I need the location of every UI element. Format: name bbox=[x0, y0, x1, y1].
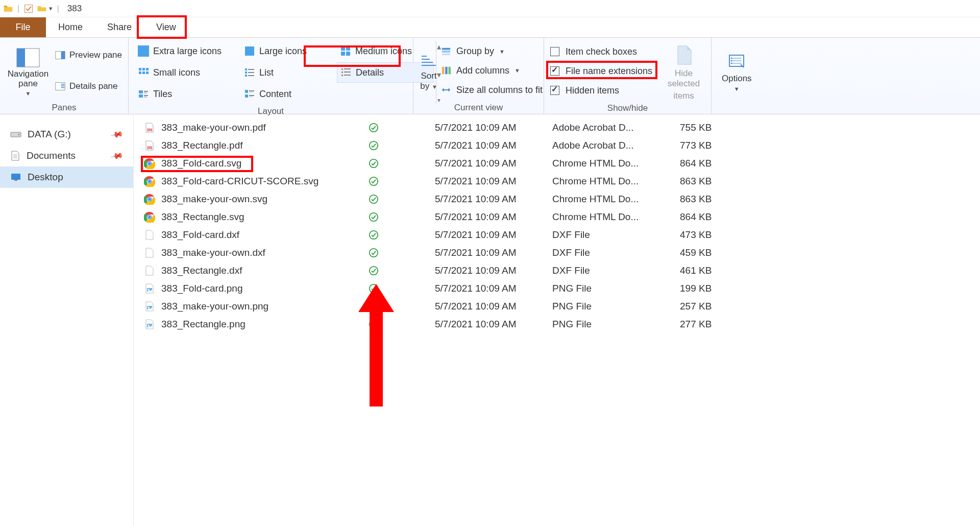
svg-rect-46 bbox=[422, 59, 430, 60]
sort-by-button[interactable]: Sort by ▼ bbox=[420, 41, 438, 101]
svg-rect-44 bbox=[249, 97, 253, 97]
add-columns-button[interactable]: Add columns ▼ bbox=[441, 65, 543, 76]
file-row[interactable]: 383_Rectangle.dxf5/7/2021 10:09 AMDXF Fi… bbox=[144, 261, 975, 279]
preview-pane-button[interactable]: Preview pane bbox=[55, 50, 122, 60]
tab-home[interactable]: Home bbox=[46, 17, 95, 37]
size-all-columns-button[interactable]: Size all columns to fit bbox=[441, 85, 543, 95]
group-label-current-view: Current view bbox=[420, 101, 537, 113]
svg-rect-20 bbox=[146, 71, 149, 74]
ribbon-tabs: File Home Share View bbox=[0, 17, 980, 38]
file-size: 473 KB bbox=[680, 229, 741, 241]
file-date: 5/7/2021 10:09 AM bbox=[435, 176, 552, 187]
layout-content[interactable]: Content bbox=[241, 84, 333, 104]
sync-status-icon bbox=[369, 140, 435, 151]
file-date: 5/7/2021 10:09 AM bbox=[435, 319, 552, 330]
file-type-icon bbox=[144, 176, 155, 187]
svg-rect-32 bbox=[344, 75, 351, 76]
file-row[interactable]: 383_Fold-card.svg5/7/2021 10:09 AMChrome… bbox=[144, 154, 975, 172]
svg-rect-8 bbox=[61, 87, 65, 88]
file-row[interactable]: 383_Fold-card.png5/7/2021 10:09 AMPNG Fi… bbox=[144, 279, 975, 297]
file-type: DXF File bbox=[552, 265, 680, 276]
file-row[interactable]: 383_Rectangle.png5/7/2021 10:09 AMPNG Fi… bbox=[144, 315, 975, 333]
file-row[interactable]: 383_Fold-card.dxf5/7/2021 10:09 AMDXF Fi… bbox=[144, 226, 975, 244]
group-current-view: Sort by ▼ Group by ▼ Add columns ▼ Size … bbox=[413, 38, 544, 114]
navigation-sidebar: DATA (G:) 📌 Documents 📌 Desktop bbox=[0, 114, 134, 526]
content-area: DATA (G:) 📌 Documents 📌 Desktop 383_make… bbox=[0, 114, 980, 526]
file-type-icon bbox=[144, 319, 155, 330]
sync-status-icon bbox=[369, 248, 435, 258]
checkbox-icon[interactable] bbox=[23, 4, 34, 14]
sync-status-icon bbox=[369, 319, 435, 329]
tab-share[interactable]: Share bbox=[95, 17, 144, 37]
layout-xl-icons[interactable]: Extra large icons bbox=[135, 41, 237, 61]
layout-small-icons[interactable]: Small icons bbox=[135, 62, 237, 83]
svg-rect-19 bbox=[142, 71, 145, 74]
file-name: 383_make-your-own.pdf bbox=[161, 122, 266, 133]
file-row[interactable]: 383_Rectangle.pdf5/7/2021 10:09 AMAdobe … bbox=[144, 136, 975, 154]
file-row[interactable]: 383_make-your-own.pdf5/7/2021 10:09 AMAd… bbox=[144, 118, 975, 136]
qat-dropdown-icon[interactable]: ▾ bbox=[49, 5, 53, 12]
file-date: 5/7/2021 10:09 AM bbox=[435, 247, 552, 258]
navigation-pane-button[interactable]: Navigation pane ▼ bbox=[6, 41, 50, 101]
svg-rect-11 bbox=[341, 46, 345, 51]
layout-list[interactable]: List bbox=[241, 62, 333, 83]
sidebar-item-desktop[interactable]: Desktop bbox=[0, 166, 133, 188]
file-type-icon bbox=[144, 194, 155, 205]
layout-tiles[interactable]: Tiles bbox=[135, 84, 237, 104]
svg-rect-51 bbox=[442, 53, 450, 55]
layout-large-icons[interactable]: Large icons bbox=[241, 41, 333, 61]
pin-icon: 📌 bbox=[110, 127, 124, 141]
file-row[interactable]: 383_make-your-own.svg5/7/2021 10:09 AMCh… bbox=[144, 190, 975, 208]
file-name: 383_make-your-own.dxf bbox=[161, 247, 265, 258]
file-row[interactable]: 383_make-your-own.dxf5/7/2021 10:09 AMDX… bbox=[144, 244, 975, 261]
svg-rect-9 bbox=[138, 45, 149, 57]
file-row[interactable]: 383_make-your-own.png5/7/2021 10:09 AMPN… bbox=[144, 297, 975, 315]
svg-rect-25 bbox=[245, 75, 247, 77]
drive-icon bbox=[10, 130, 21, 139]
group-by-button[interactable]: Group by ▼ bbox=[441, 46, 543, 57]
file-row[interactable]: 383_Fold-card-CRICUT-SCORE.svg5/7/2021 1… bbox=[144, 172, 975, 190]
sidebar-item-data-g[interactable]: DATA (G:) 📌 bbox=[0, 124, 133, 145]
tab-view[interactable]: View bbox=[144, 17, 188, 37]
svg-rect-29 bbox=[341, 71, 343, 73]
file-type-icon bbox=[144, 247, 155, 258]
file-type: PNG File bbox=[552, 283, 680, 294]
svg-rect-31 bbox=[341, 75, 343, 76]
file-date: 5/7/2021 10:09 AM bbox=[435, 158, 552, 169]
file-type: PNG File bbox=[552, 301, 680, 312]
window-title: 383 bbox=[63, 4, 82, 14]
tab-file[interactable]: File bbox=[0, 17, 46, 37]
svg-rect-24 bbox=[248, 72, 254, 73]
file-date: 5/7/2021 10:09 AM bbox=[435, 265, 552, 276]
file-name-extensions-toggle[interactable]: File name extensions bbox=[550, 66, 652, 77]
file-name: 383_make-your-own.png bbox=[161, 301, 268, 312]
group-show-hide: Item check boxes File name extensions Hi… bbox=[544, 38, 712, 114]
svg-rect-18 bbox=[139, 71, 141, 74]
sync-status-icon bbox=[369, 266, 435, 276]
sync-status-icon bbox=[369, 176, 435, 186]
file-type: Chrome HTML Do... bbox=[552, 211, 680, 223]
sidebar-item-label: Documents bbox=[27, 150, 76, 161]
desktop-icon bbox=[10, 173, 21, 182]
file-list[interactable]: 383_make-your-own.pdf5/7/2021 10:09 AMAd… bbox=[134, 114, 980, 526]
folder-small-icon[interactable] bbox=[37, 4, 47, 14]
group-options: Options ▼ bbox=[712, 38, 980, 114]
file-row[interactable]: 383_Rectangle.svg5/7/2021 10:09 AMChrome… bbox=[144, 208, 975, 226]
file-type-icon bbox=[144, 158, 155, 169]
details-pane-button[interactable]: Details pane bbox=[55, 81, 122, 91]
svg-rect-10 bbox=[245, 46, 254, 56]
file-size: 863 KB bbox=[680, 194, 741, 205]
sidebar-item-documents[interactable]: Documents 📌 bbox=[0, 145, 133, 166]
svg-rect-38 bbox=[144, 97, 147, 98]
hide-selected-items-button[interactable]: Hide selected items bbox=[663, 41, 705, 101]
sidebar-item-label: Desktop bbox=[28, 172, 63, 183]
svg-rect-6 bbox=[61, 84, 65, 85]
svg-rect-52 bbox=[442, 67, 445, 74]
hidden-items-toggle[interactable]: Hidden items bbox=[550, 85, 652, 96]
options-button[interactable]: Options ▼ bbox=[718, 41, 756, 101]
svg-rect-47 bbox=[422, 62, 433, 63]
sync-status-icon bbox=[369, 194, 435, 204]
item-check-boxes-toggle[interactable]: Item check boxes bbox=[550, 46, 652, 57]
svg-rect-2 bbox=[17, 49, 25, 67]
folder-icon bbox=[3, 4, 13, 14]
